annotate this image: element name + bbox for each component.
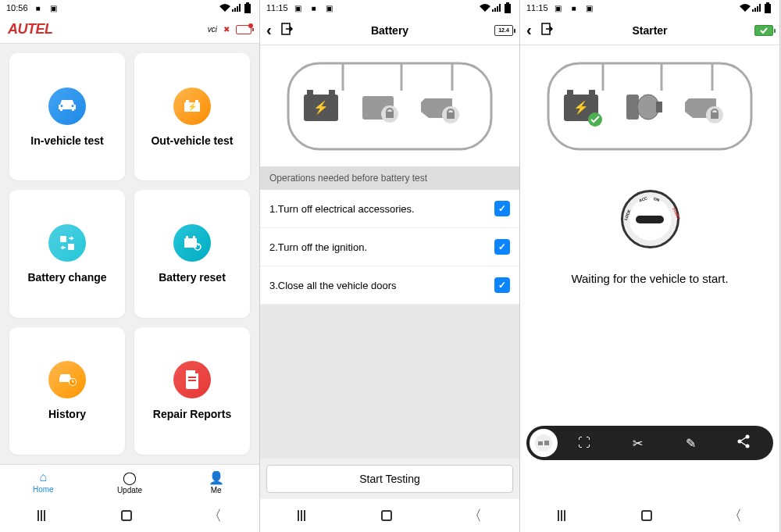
nav-home[interactable]: ⌂ Home [0, 465, 87, 499]
battery-indicator-icon [236, 25, 251, 34]
battery-icon: ⚡ [173, 87, 211, 125]
svg-rect-14 [188, 377, 196, 378]
section-header: Operations needed before battery test [260, 166, 519, 190]
report-icon [173, 361, 211, 398]
svg-point-55 [746, 445, 750, 448]
video-icon: ■ [308, 2, 319, 13]
menu-battery-change[interactable]: Battery change [9, 190, 125, 317]
menu-in-vehicle-test[interactable]: In-vehicle test [9, 53, 125, 180]
svg-point-50 [535, 434, 552, 452]
back-icon[interactable]: ‹ [266, 21, 272, 39]
back-button[interactable]: 〈 [728, 506, 742, 525]
camera-icon: ▣ [48, 2, 59, 13]
svg-line-57 [741, 442, 746, 445]
menu-history[interactable]: History [9, 327, 125, 455]
signal-icon [752, 4, 761, 12]
home-button[interactable] [381, 510, 392, 521]
menu-label: Battery reset [159, 271, 226, 284]
svg-rect-9 [186, 236, 188, 238]
start-testing-button[interactable]: Start Testing [266, 465, 513, 493]
car-icon [48, 87, 86, 125]
svg-rect-7 [68, 244, 74, 250]
bottom-nav: ⌂ Home ◯ Update 👤 Me [0, 464, 259, 499]
thumbnail-preview[interactable] [530, 429, 558, 457]
exit-icon[interactable] [281, 23, 294, 38]
status-bar: 11:15 ▣ ■ ▣ [260, 0, 519, 16]
battery-icon [502, 2, 513, 13]
crop-icon[interactable]: ✂ [611, 436, 664, 451]
voltage-indicator-ok [754, 25, 773, 36]
menu-out-vehicle-test[interactable]: ⚡ Out-vehicle test [134, 53, 250, 180]
checkbox-checked-icon[interactable]: ✓ [494, 201, 510, 216]
svg-rect-1 [246, 2, 249, 4]
svg-rect-49 [711, 112, 719, 119]
svg-line-56 [741, 437, 746, 441]
menu-repair-reports[interactable]: Repair Reports [134, 327, 250, 455]
recent-apps-button[interactable] [37, 510, 45, 521]
video-icon: ■ [33, 2, 44, 13]
edit-icon[interactable]: ✎ [664, 436, 717, 451]
history-icon [48, 361, 86, 398]
app-header: AUTEL vci ✖ [0, 16, 259, 44]
home-button[interactable] [641, 510, 652, 521]
svg-rect-32 [765, 4, 771, 13]
title-bar: ‹ Starter [520, 16, 779, 45]
system-diagram: ⚡ [520, 45, 779, 166]
checklist-item[interactable]: 3.Close all the vehicle doors ✓ [260, 266, 519, 305]
camera-icon: ▣ [584, 2, 595, 13]
menu-battery-reset[interactable]: Battery reset [134, 190, 250, 317]
svg-rect-16 [505, 4, 511, 13]
system-diagram: ⚡ [260, 45, 519, 166]
wait-message: Waiting for the vehicle to start. [571, 272, 728, 285]
nav-me[interactable]: 👤 Me [173, 465, 259, 499]
ignition-dial-icon: LOCK ACC ON START [621, 190, 679, 248]
back-icon[interactable]: ‹ [526, 21, 532, 39]
menu-label: History [48, 408, 86, 420]
exit-icon[interactable] [541, 23, 554, 38]
back-button[interactable]: 〈 [468, 506, 482, 525]
recent-apps-button[interactable] [298, 510, 305, 521]
checklist-text: 3.Close all the vehicle doors [269, 280, 397, 291]
camera-icon: ▣ [324, 2, 335, 13]
status-time: 11:15 [526, 3, 548, 12]
title-bar: ‹ Battery 12.4 [260, 16, 519, 45]
status-time: 11:15 [266, 3, 288, 12]
checkbox-checked-icon[interactable]: ✓ [494, 277, 510, 293]
autel-logo: AUTEL [8, 21, 53, 37]
page-title: Battery [260, 24, 519, 37]
svg-point-54 [738, 440, 742, 444]
menu-grid: In-vehicle test ⚡ Out-vehicle test Batte… [0, 44, 259, 464]
svg-rect-29 [386, 112, 394, 118]
expand-icon[interactable]: ⛶ [558, 436, 611, 450]
back-button[interactable]: 〈 [208, 506, 222, 525]
svg-point-53 [746, 435, 750, 439]
screen-home: 10:56 ■ ▣ AUTEL vci ✖ In [0, 0, 260, 532]
user-icon: 👤 [209, 470, 224, 485]
signal-icon [232, 4, 241, 12]
wifi-icon [219, 2, 230, 13]
checklist-text: 2.Turn off the ignition. [269, 241, 367, 253]
svg-rect-17 [506, 2, 509, 4]
menu-label: Battery change [27, 271, 106, 284]
checklist-item[interactable]: 1.Turn off electrical accessories. ✓ [260, 190, 519, 228]
svg-rect-25 [329, 90, 335, 95]
checklist-text: 1.Turn off electrical accessories. [269, 203, 415, 215]
share-icon[interactable] [717, 434, 770, 452]
recent-apps-button[interactable] [558, 510, 565, 521]
svg-rect-10 [193, 236, 195, 238]
dial-label-on: ON [653, 196, 660, 202]
swap-icon [48, 224, 86, 262]
svg-rect-51 [538, 441, 543, 445]
checkbox-checked-icon[interactable]: ✓ [494, 239, 510, 255]
home-button[interactable] [121, 510, 132, 521]
checklist-item[interactable]: 2.Turn off the ignition. ✓ [260, 228, 519, 266]
svg-text:⚡: ⚡ [313, 100, 329, 115]
nav-label: Home [33, 485, 54, 494]
wifi-icon [480, 2, 490, 13]
reset-icon [173, 224, 211, 262]
android-nav: 〈 [0, 499, 259, 532]
nav-update[interactable]: ◯ Update [87, 465, 173, 499]
dial-label-acc: ACC [638, 195, 647, 202]
dial-label-start: START [672, 206, 681, 220]
vci-indicator: vci [208, 25, 217, 34]
